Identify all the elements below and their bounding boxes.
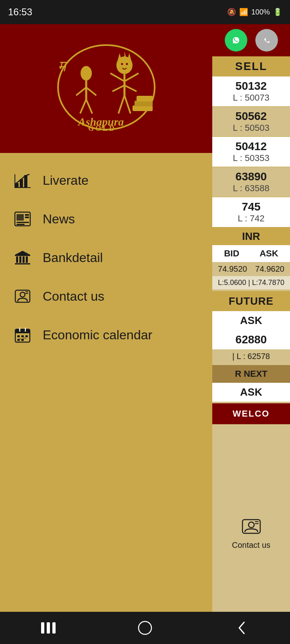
rate-row-2: 50562 L : 50503 — [212, 107, 290, 137]
contact-bottom-button[interactable]: Contact us — [212, 424, 290, 644]
svg-rect-33 — [25, 214, 29, 216]
battery-icon: 🔋 — [273, 8, 282, 17]
svg-rect-65 — [52, 622, 56, 634]
future-low-row: | L : 62578 — [212, 349, 290, 363]
svg-rect-42 — [26, 256, 28, 263]
next-ask-header: ASK — [212, 383, 290, 402]
next-label: R NEXT — [235, 369, 267, 379]
svg-line-5 — [86, 87, 96, 95]
svg-rect-43 — [15, 263, 30, 264]
rate-main-1: 50132 — [216, 80, 286, 93]
phone-button[interactable] — [255, 29, 278, 52]
svg-marker-37 — [15, 251, 30, 255]
future-label: FUTURE — [229, 295, 273, 308]
bid-ask-labels: BID ASK — [212, 245, 290, 262]
right-panel: SELL 50132 L : 50073 50562 L : 50503 504… — [212, 24, 290, 644]
news-icon — [12, 208, 33, 229]
home-button[interactable] — [129, 612, 161, 644]
inr-header: INR — [212, 227, 290, 245]
svg-point-12 — [121, 63, 123, 65]
svg-line-4 — [76, 87, 86, 95]
svg-rect-35 — [17, 222, 29, 223]
welcome-text: WELCO — [233, 409, 270, 419]
rate-main-5: 745 — [216, 200, 286, 213]
svg-point-58 — [261, 35, 272, 45]
svg-rect-22 — [135, 101, 153, 106]
sell-label: SELL — [235, 60, 267, 73]
app-container: म — [0, 24, 290, 644]
back-button[interactable] — [226, 612, 258, 644]
menu-item-bankdetail[interactable]: Bankdetail — [0, 238, 212, 277]
svg-rect-23 — [137, 96, 153, 101]
menu-item-news[interactable]: News — [0, 200, 212, 238]
logo-container: म — [54, 43, 159, 134]
svg-line-18 — [124, 85, 137, 91]
svg-text:म: म — [58, 58, 68, 74]
svg-rect-66 — [139, 621, 151, 634]
menu-item-contact[interactable]: Contact us — [0, 277, 212, 316]
news-label: News — [43, 212, 75, 227]
status-bar: 16:53 🔕 📶 100% 🔋 — [0, 0, 290, 24]
rate-main-4: 63890 — [216, 170, 286, 183]
bid-ask-values: 74.9520 74.9620 — [212, 262, 290, 276]
rate-row-5: 745 L : 742 — [212, 197, 290, 227]
bankdetail-label: Bankdetail — [43, 250, 103, 265]
svg-line-19 — [118, 95, 124, 114]
svg-rect-49 — [15, 329, 30, 333]
menu-item-economic[interactable]: Economic calendar — [0, 316, 212, 354]
rate-main-2: 50562 — [216, 110, 286, 123]
ask-value: 74.9620 — [255, 264, 284, 274]
menu-list: Liverate News — [0, 153, 212, 644]
liverate-label: Liverate — [43, 173, 89, 188]
economic-label: Economic calendar — [43, 328, 152, 343]
contact-label: Contact us — [43, 289, 104, 304]
svg-rect-41 — [23, 256, 25, 263]
calendar-icon — [12, 324, 33, 345]
svg-rect-64 — [47, 622, 50, 634]
rate-low-1: L : 50073 — [216, 93, 286, 103]
svg-rect-28 — [24, 175, 27, 188]
svg-point-13 — [126, 63, 128, 65]
low-val-row: L:5.0600 | L:74.7870 — [212, 276, 290, 289]
svg-line-7 — [86, 99, 92, 114]
svg-rect-32 — [17, 214, 24, 221]
next-ask-label: ASK — [240, 386, 262, 398]
battery-text: 100% — [251, 8, 270, 17]
svg-point-60 — [249, 522, 254, 528]
future-header: FUTURE — [212, 291, 290, 311]
svg-rect-38 — [15, 255, 30, 256]
logo-icon: म — [54, 43, 159, 132]
rate-low-2: L : 50503 — [216, 123, 286, 133]
signal-icon: 🔕 — [227, 8, 236, 17]
welcome-bar: WELCO — [212, 403, 290, 424]
drawer-header: म — [0, 24, 212, 153]
menu-button[interactable] — [32, 612, 64, 644]
svg-rect-63 — [41, 622, 44, 634]
svg-rect-40 — [19, 256, 21, 263]
svg-rect-53 — [21, 335, 24, 337]
chart-icon — [12, 170, 33, 191]
menu-item-liverate[interactable]: Liverate — [0, 161, 212, 200]
bank-icon — [12, 247, 33, 268]
svg-rect-36 — [17, 224, 25, 225]
whatsapp-button[interactable] — [225, 29, 247, 52]
inr-label: INR — [242, 230, 260, 243]
ask-label: ASK — [259, 248, 278, 259]
bid-value: 74.9520 — [218, 264, 247, 274]
rate-low-5: L : 742 — [216, 213, 286, 224]
svg-rect-34 — [25, 217, 29, 218]
rate-main-3: 50412 — [216, 140, 286, 153]
svg-line-6 — [80, 99, 86, 114]
svg-rect-39 — [16, 256, 18, 263]
drawer-menu: म — [0, 24, 212, 644]
svg-line-17 — [112, 85, 124, 91]
svg-rect-52 — [17, 335, 20, 337]
sell-header: SELL — [212, 56, 290, 76]
svg-line-15 — [110, 73, 124, 81]
future-rate-val: 62880 — [236, 333, 267, 346]
svg-line-20 — [124, 95, 130, 114]
rate-low-4: L : 63588 — [216, 183, 286, 194]
svg-rect-54 — [25, 335, 28, 337]
contact-bottom-label: Contact us — [232, 541, 271, 550]
wifi-icon: 📶 — [239, 8, 248, 17]
